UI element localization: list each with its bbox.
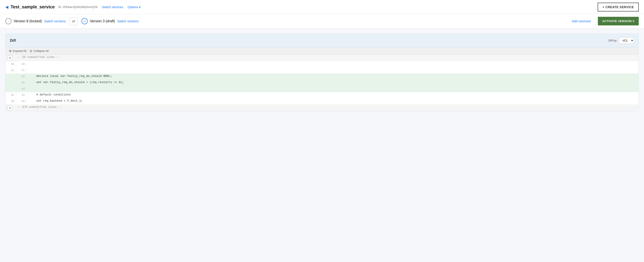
version-bar: − Version 8 (locked) Switch versions ⇄ <… (0, 14, 644, 28)
expand-line-button[interactable]: + (8, 105, 12, 110)
left-line-num: 45 (6, 92, 16, 98)
expand-collapse-bar: ⊞ Expand All ⊟ Collapse All (6, 48, 638, 55)
right-line-num: 44 (16, 86, 27, 92)
service-name: Test_sample_service (10, 5, 55, 10)
diff-header: Diff Diff by: VCL (6, 34, 638, 48)
expand-line-button[interactable]: + (8, 56, 12, 60)
draft-icon: </> (82, 18, 88, 24)
diff-by-label: Diff by: (608, 39, 617, 42)
diff-row: 44 (6, 86, 638, 92)
service-id: ID: 25K6azJQs50zMySvnXj15t (58, 5, 98, 9)
collapsed-line-content: -- 374 unmodified lines -- (14, 105, 638, 111)
diff-row: 43 set var.fastly_req_do_shield = (req.r… (6, 80, 638, 86)
collapsed-line-content: -- 39 unmodified lines -- (14, 55, 638, 61)
left-line-num (6, 74, 16, 80)
line-content (27, 61, 638, 67)
left-line-num (6, 80, 16, 86)
diff-panel: Diff Diff by: VCL ⊞ Expand All ⊟ Collaps… (5, 34, 639, 111)
locked-version-block: − Version 8 (locked) Switch versions (5, 18, 66, 24)
right-line-num: 40 (16, 61, 27, 67)
locked-version-label: Version 8 (locked) (14, 19, 42, 23)
add-comment-link[interactable]: Add comment (572, 20, 591, 23)
switch-services-link[interactable]: Switch services (102, 5, 123, 9)
diff-row: 4545 # default conditions (6, 92, 638, 98)
create-service-button[interactable]: + CREATE SERVICE (598, 3, 639, 12)
expand-icon: ⊞ (9, 49, 12, 53)
line-content (27, 67, 638, 74)
switch-versions-right-link[interactable]: Switch versions (117, 20, 138, 23)
diff-row: 4646 set req.backend = F_Host_1; (6, 98, 638, 105)
left-line-num: 41 (6, 67, 16, 74)
collapse-icon: ⊟ (30, 49, 32, 53)
expand-col: + (6, 55, 14, 61)
line-content: declare local var.fastly_req_do_shield B… (27, 74, 638, 80)
diff-title: Diff (10, 39, 16, 43)
line-content: set var.fastly_req_do_shield = (req.rest… (27, 80, 638, 86)
right-line-num: 43 (16, 80, 27, 86)
locked-icon: − (5, 18, 12, 24)
right-line-num: 45 (16, 92, 27, 98)
right-line-num: 46 (16, 98, 27, 105)
diff-by-select[interactable]: VCL (619, 37, 634, 44)
diff-row: +-- 39 unmodified lines -- (6, 55, 638, 61)
right-line-num: 41 (16, 67, 27, 74)
activate-version-button[interactable]: ACTIVATE VERSION 3 (598, 17, 639, 26)
swap-versions-button[interactable]: ⇄ (69, 17, 78, 25)
line-content (27, 86, 638, 92)
options-dropdown[interactable]: Options ▾ (128, 5, 140, 9)
diff-row: +-- 374 unmodified lines -- (6, 105, 638, 111)
right-line-num: 42 (16, 74, 27, 80)
diff-row: 42 declare local var.fastly_req_do_shiel… (6, 74, 638, 80)
diff-row: 4141 (6, 67, 638, 74)
draft-version-label: Version 3 (draft) (90, 19, 115, 23)
diff-lines: +-- 39 unmodified lines --4040414142 dec… (6, 55, 638, 111)
left-line-num: 40 (6, 61, 16, 67)
expand-col: + (6, 105, 14, 111)
collapse-all-button[interactable]: ⊟ Collapse All (30, 49, 48, 53)
switch-versions-left-link[interactable]: Switch versions (44, 20, 66, 23)
left-line-num (6, 86, 16, 92)
back-arrow-icon[interactable]: ◀ (5, 5, 8, 10)
left-line-num: 46 (6, 98, 16, 105)
top-bar: ◀ Test_sample_service ID: 25K6azJQs50zMy… (0, 0, 644, 14)
line-content: # default conditions (27, 92, 638, 98)
expand-all-button[interactable]: ⊞ Expand All (9, 49, 26, 53)
main-content: Diff Diff by: VCL ⊞ Expand All ⊟ Collaps… (0, 28, 644, 262)
draft-version-block: </> Version 3 (draft) Switch versions (82, 18, 138, 24)
diff-row: 4040 (6, 61, 638, 67)
line-content: set req.backend = F_Host_1; (27, 98, 638, 105)
